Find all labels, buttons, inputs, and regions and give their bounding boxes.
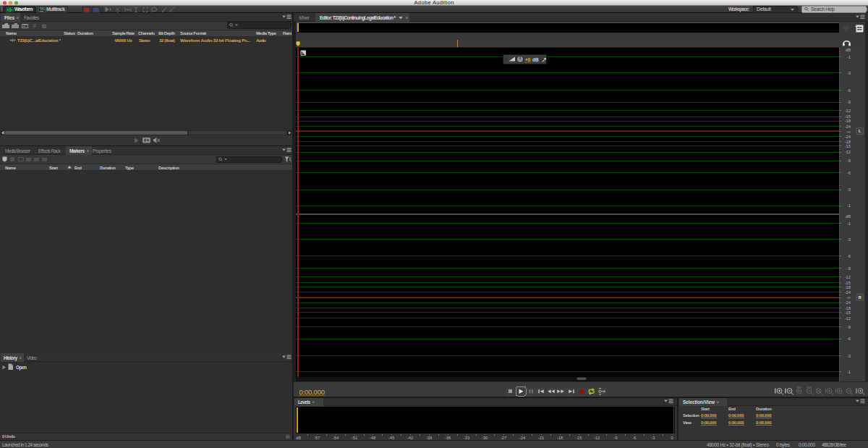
svg-text:Favorites: Favorites [24, 15, 40, 20]
svg-text:-3: -3 [651, 436, 655, 440]
svg-text:-15: -15 [845, 310, 851, 315]
svg-text:-9: -9 [847, 100, 851, 104]
svg-text:488.28 GB free: 488.28 GB free [822, 442, 846, 447]
svg-text:Duration: Duration [756, 407, 772, 411]
svg-text:0:00.000: 0:00.000 [799, 442, 815, 447]
svg-text:0:00.000: 0:00.000 [701, 413, 717, 418]
svg-text:T23(b)C...alEducation *: T23(b)C...alEducation * [17, 38, 61, 43]
svg-text:Channels: Channels [138, 31, 156, 35]
svg-text:-24: -24 [845, 300, 851, 305]
svg-text:-3: -3 [847, 354, 851, 358]
svg-text:×: × [312, 400, 315, 405]
svg-text:0:00.000: 0:00.000 [299, 388, 326, 396]
svg-text:0:00.000: 0:00.000 [728, 413, 744, 418]
svg-text:Stereo: Stereo [139, 38, 150, 43]
svg-text:Mixer: Mixer [299, 15, 310, 20]
svg-text:0:00.000: 0:00.000 [756, 420, 772, 425]
svg-text:×: × [717, 400, 720, 405]
svg-text:Bit Depth: Bit Depth [158, 31, 175, 35]
svg-text:0 bytes: 0 bytes [776, 442, 791, 448]
svg-text:Duration: Duration [100, 166, 116, 170]
svg-text:Files: Files [4, 15, 14, 20]
svg-text:dB: dB [846, 48, 851, 52]
svg-text:-3: -3 [847, 71, 851, 75]
svg-text:-1: -1 [847, 203, 851, 208]
svg-text:-24: -24 [519, 436, 526, 440]
svg-text:×: × [17, 15, 20, 20]
svg-text:Source Format: Source Format [180, 31, 206, 35]
svg-text:Markers: Markers [69, 148, 85, 153]
svg-text:48000 Hz: 48000 Hz [114, 38, 132, 43]
svg-text:Description: Description [158, 166, 179, 170]
svg-text:-6: -6 [847, 88, 851, 93]
svg-text:-3: -3 [847, 187, 851, 192]
svg-text:Editor: T23(b)ContinuingLegalE: Editor: T23(b)ContinuingLegalEducation * [320, 15, 396, 21]
svg-text:Multitrack: Multitrack [46, 7, 65, 12]
svg-text:R: R [859, 295, 861, 300]
svg-text:Properties: Properties [93, 148, 112, 154]
svg-text:-6: -6 [847, 254, 851, 258]
svg-text:48000 Hz • 32-bit (float) • St: 48000 Hz • 32-bit (float) • Stereo [707, 442, 769, 448]
svg-text:-12: -12 [845, 316, 851, 321]
svg-text:Name: Name [6, 31, 17, 35]
svg-text:+0: +0 [525, 57, 531, 62]
svg-text:-42: -42 [407, 436, 413, 440]
svg-text:Adobe Audition: Adobe Audition [414, 0, 454, 6]
svg-text:-6: -6 [847, 171, 851, 175]
svg-text:-15: -15 [845, 144, 851, 148]
svg-text:-∞: -∞ [846, 295, 851, 300]
svg-text:-54: -54 [333, 436, 339, 440]
svg-text:Type: Type [125, 166, 135, 170]
svg-text:Start: Start [701, 407, 710, 411]
svg-text:Duration: Duration [77, 31, 93, 35]
svg-text:-1: -1 [847, 370, 851, 374]
svg-text:Levels: Levels [298, 400, 310, 405]
svg-text:0 Undo: 0 Undo [2, 434, 15, 439]
svg-text:Audio: Audio [256, 38, 266, 43]
svg-text:-39: -39 [426, 436, 432, 440]
svg-text:-6: -6 [847, 337, 851, 341]
svg-text:-24: -24 [845, 124, 851, 129]
svg-text:Selection: Selection [683, 413, 699, 418]
svg-text:-45: -45 [388, 436, 394, 440]
svg-text:32 (float): 32 (float) [159, 38, 175, 43]
svg-text:-48: -48 [370, 436, 375, 440]
svg-text:-9: -9 [847, 266, 851, 271]
svg-text:-18: -18 [845, 285, 851, 289]
svg-text:Selection/View: Selection/View [683, 400, 715, 405]
svg-text:dB: dB [532, 57, 539, 62]
svg-text:History: History [4, 355, 17, 361]
svg-text:-9: -9 [847, 159, 851, 163]
svg-text:-36: -36 [445, 436, 451, 440]
svg-text:Start: Start [49, 166, 58, 170]
svg-text:-27: -27 [501, 436, 506, 440]
svg-text:Waveform Audio 32-bit Floating: Waveform Audio 32-bit Floating Po... [180, 38, 250, 43]
svg-text:dB: dB [846, 214, 851, 219]
svg-text:Name: Name [5, 166, 17, 170]
svg-text:End: End [728, 407, 736, 411]
svg-text:Media Browser: Media Browser [5, 148, 31, 153]
svg-text:Open: Open [16, 365, 27, 371]
svg-text:0:00.000: 0:00.000 [728, 420, 744, 425]
svg-text:-57: -57 [314, 436, 320, 440]
svg-text:-18: -18 [845, 119, 851, 123]
svg-text:-1: -1 [847, 221, 851, 226]
svg-text:dB: dB [296, 436, 301, 440]
svg-text:-18: -18 [557, 436, 563, 440]
svg-text:×: × [20, 355, 22, 360]
svg-text:0:00.000: 0:00.000 [756, 413, 772, 418]
svg-text:-12: -12 [845, 150, 851, 154]
svg-text:0: 0 [671, 436, 673, 440]
svg-text:Default: Default [757, 7, 771, 12]
svg-text:Status: Status [64, 31, 76, 35]
svg-text:Media Type: Media Type [256, 31, 277, 35]
svg-text:End: End [75, 166, 82, 170]
svg-text:×: × [87, 148, 90, 153]
svg-text:-3: -3 [847, 237, 851, 242]
svg-text:Search Help: Search Help [811, 7, 835, 12]
svg-text:-15: -15 [576, 436, 582, 440]
svg-text:-6: -6 [632, 436, 636, 440]
svg-text:-9: -9 [847, 325, 851, 329]
svg-text:-12: -12 [845, 109, 851, 113]
svg-text:-∞: -∞ [846, 130, 851, 134]
